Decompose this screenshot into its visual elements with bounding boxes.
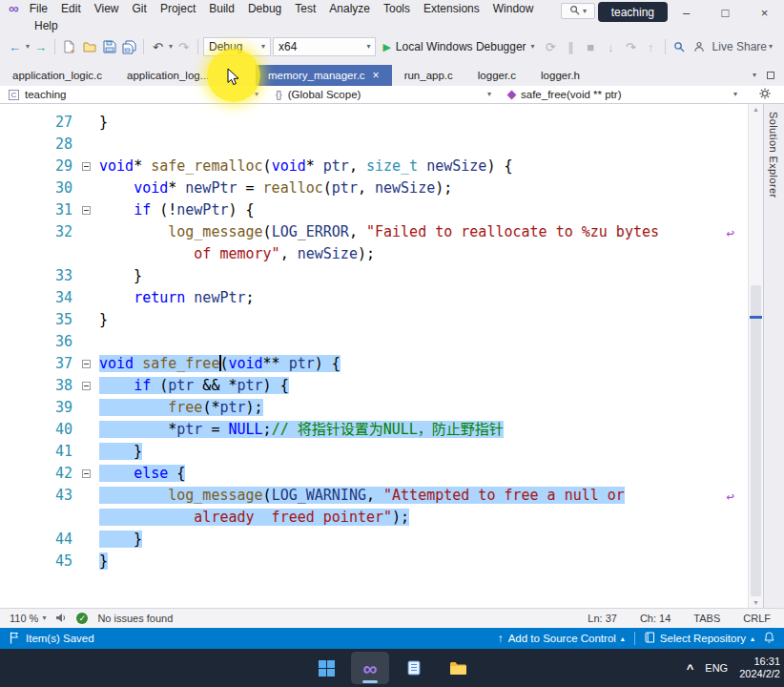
fold-collapse-icon[interactable] — [82, 206, 91, 215]
navigate-forward-icon[interactable]: → — [31, 37, 50, 56]
menu-debug[interactable]: Debug — [241, 0, 288, 17]
code-row[interactable]: 34 return newPtr; — [0, 287, 748, 309]
fold-margin[interactable] — [72, 375, 99, 397]
find-in-files-icon[interactable] — [671, 37, 689, 56]
code-row[interactable]: 30 void* newPtr = realloc(ptr, newSize); — [0, 177, 748, 199]
code-row[interactable]: 36 — [0, 331, 748, 353]
code-row[interactable]: 41 } — [0, 441, 748, 463]
menu-edit[interactable]: Edit — [54, 0, 88, 17]
code-row[interactable]: 28 — [0, 134, 748, 156]
toolbar-overflow-icon[interactable]: ▾ — [769, 43, 773, 51]
menu-build[interactable]: Build — [202, 0, 241, 17]
solution-explorer-tab[interactable]: Solution Explorer — [768, 104, 779, 198]
open-file-icon[interactable] — [80, 37, 98, 56]
fold-collapse-icon[interactable] — [82, 360, 91, 368]
menu-help[interactable]: Help — [28, 17, 65, 34]
new-file-icon[interactable] — [60, 37, 78, 56]
solution-configuration-dropdown[interactable]: Debug ▾ — [203, 37, 271, 56]
save-all-icon[interactable] — [120, 37, 138, 56]
live-share-label[interactable]: Live Share — [712, 40, 767, 53]
close-icon[interactable]: × — [373, 70, 380, 81]
editor-vertical-scrollbar[interactable]: ▲ ▼ — [748, 104, 763, 608]
code-row[interactable]: of memory", newSize); — [0, 243, 748, 265]
fold-margin[interactable] — [72, 353, 99, 375]
taskbar-clock[interactable]: 16:31 2024/2/2 — [739, 656, 780, 680]
tab-application-log[interactable]: application_log... — [114, 65, 256, 86]
menu-file[interactable]: File — [23, 0, 54, 17]
code-row[interactable]: 31 if (!newPtr) { — [0, 199, 748, 221]
code-row[interactable]: 39 free(*ptr); — [0, 397, 748, 419]
active-files-dropdown-icon[interactable]: ▾ — [753, 72, 756, 79]
project-dropdown[interactable]: C teaching ▾ — [0, 86, 267, 103]
fold-collapse-icon[interactable] — [82, 382, 91, 390]
gear-icon[interactable] — [759, 88, 771, 101]
code-row[interactable]: 44 } — [0, 529, 748, 551]
scroll-down-icon[interactable]: ▼ — [749, 599, 763, 606]
select-repository-button[interactable]: Select Repository ▴ — [645, 632, 754, 645]
save-icon[interactable] — [100, 37, 118, 56]
start-debugging-button[interactable]: ▶ Local Windows Debugger ▾ — [378, 37, 539, 56]
code-row[interactable]: 27} — [0, 112, 748, 134]
stop-icon[interactable]: ■ — [582, 37, 600, 56]
maximize-button[interactable]: □ — [706, 0, 745, 25]
code-row[interactable]: 38 if (ptr && *ptr) { — [0, 375, 748, 397]
minimize-button[interactable]: – — [667, 0, 706, 25]
column-indicator[interactable]: Ch: 14 — [640, 613, 671, 624]
fold-collapse-icon[interactable] — [82, 469, 91, 478]
feedback-icon[interactable] — [55, 613, 67, 625]
code-row[interactable]: 35} — [0, 309, 748, 331]
start-button[interactable] — [307, 652, 345, 684]
menu-git[interactable]: Git — [126, 0, 154, 17]
menu-view[interactable]: View — [88, 0, 126, 17]
zoom-dropdown[interactable]: 110 % ▾ — [10, 613, 46, 624]
navigate-back-icon[interactable]: ← — [6, 37, 24, 56]
tab-application-logic[interactable]: application_logic.c — [0, 65, 114, 86]
hot-reload-icon[interactable]: ⟳ — [542, 37, 560, 56]
fold-margin[interactable] — [72, 463, 99, 485]
file-explorer-icon[interactable] — [439, 652, 477, 684]
fold-margin[interactable] — [72, 156, 99, 177]
close-button[interactable]: × — [745, 0, 784, 25]
redo-icon[interactable]: ↷ — [175, 37, 193, 56]
code-row[interactable]: 32 log_message(LOG_ERROR, "Failed to rea… — [0, 221, 748, 243]
visual-studio-taskbar-icon[interactable]: ∞ — [351, 652, 389, 684]
step-out-icon[interactable]: ↑ — [642, 37, 660, 56]
step-over-icon[interactable]: ↷ — [622, 37, 640, 56]
undo-icon[interactable]: ↶ — [149, 37, 167, 56]
notebook-app-icon[interactable] — [395, 652, 433, 684]
solution-platform-dropdown[interactable]: x64 ▾ — [273, 37, 376, 56]
tab-run-app[interactable]: run_app.c — [392, 65, 465, 86]
language-indicator[interactable]: ENG — [705, 662, 728, 674]
line-ending-indicator[interactable]: CRLF — [743, 613, 771, 624]
indent-mode-indicator[interactable]: TABS — [693, 613, 720, 624]
tab-logger-h[interactable]: logger.h — [528, 65, 592, 86]
member-dropdown[interactable]: safe_free(void ** ptr) ▾ — [500, 86, 746, 103]
code-editor[interactable]: 27}2829void* safe_remalloc(void* ptr, si… — [0, 104, 748, 608]
code-row[interactable]: already freed pointer"); — [0, 507, 748, 529]
step-into-icon[interactable]: ↓ — [602, 37, 620, 56]
menu-analyze[interactable]: Analyze — [322, 0, 377, 17]
menu-window[interactable]: Window — [486, 0, 541, 17]
live-share-icon[interactable] — [691, 37, 709, 56]
scrollbar-thumb[interactable] — [751, 285, 761, 596]
menu-project[interactable]: Project — [154, 0, 202, 17]
code-row[interactable]: 40 *ptr = NULL;// 将指针设置为NULL，防止野指针 — [0, 419, 748, 441]
undo-dropdown-icon[interactable]: ▾ — [169, 43, 173, 51]
pause-icon[interactable]: ∥ — [562, 37, 580, 56]
issues-message[interactable]: No issues found — [97, 613, 173, 624]
code-row[interactable]: 37void safe_free(void** ptr) { — [0, 353, 748, 375]
menu-extensions[interactable]: Extensions — [417, 0, 486, 17]
code-row[interactable]: 29void* safe_remalloc(void* ptr, size_t … — [0, 156, 748, 177]
navigate-back-dropdown-icon[interactable]: ▾ — [26, 43, 30, 51]
line-indicator[interactable]: Ln: 37 — [588, 613, 617, 624]
tray-overflow-icon[interactable]: ^ — [687, 661, 694, 676]
quick-search-box[interactable]: ▾ — [561, 3, 595, 19]
code-row[interactable]: 45} — [0, 551, 748, 572]
scroll-up-icon[interactable]: ▲ — [749, 106, 763, 113]
fold-margin[interactable] — [72, 199, 99, 221]
fold-collapse-icon[interactable] — [82, 162, 91, 171]
float-window-icon[interactable] — [767, 72, 774, 79]
code-row[interactable]: 33 } — [0, 265, 748, 287]
scope-dropdown[interactable]: {} (Global Scope) ▾ — [267, 86, 500, 103]
code-row[interactable]: 42 else { — [0, 463, 748, 485]
